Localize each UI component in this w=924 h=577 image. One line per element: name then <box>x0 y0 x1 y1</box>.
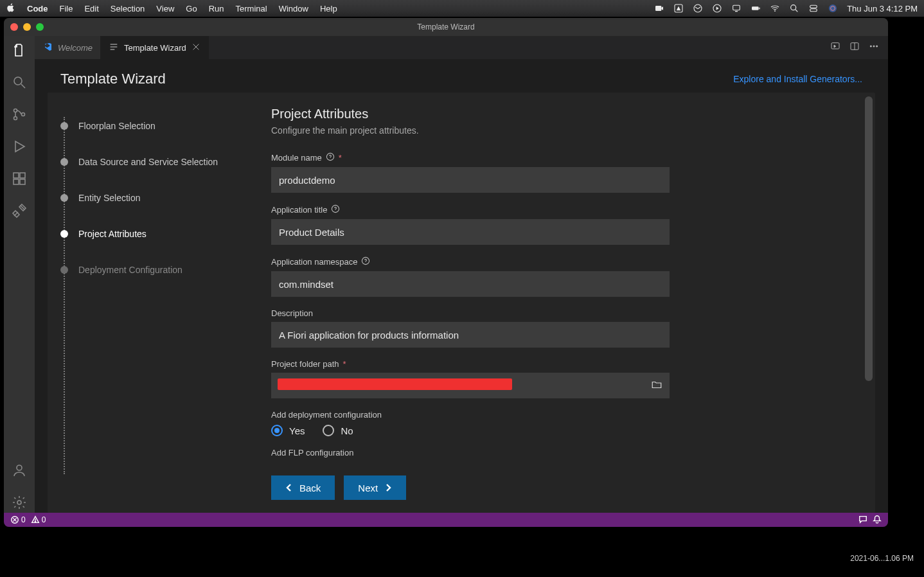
explore-generators-link[interactable]: Explore and Install Generators... <box>733 74 862 84</box>
accounts-icon[interactable] <box>12 463 27 481</box>
svg-rect-4 <box>733 5 740 10</box>
window-fullscreen-button[interactable] <box>36 23 44 31</box>
help-icon[interactable] <box>361 256 370 267</box>
menu-edit[interactable]: Edit <box>84 4 98 13</box>
svg-rect-7 <box>759 8 760 10</box>
close-icon[interactable] <box>191 42 200 53</box>
feedback-icon[interactable] <box>858 515 867 526</box>
spotlight-icon[interactable] <box>789 3 799 13</box>
display-tray-icon[interactable] <box>731 3 742 13</box>
menu-window[interactable]: Window <box>279 4 308 13</box>
svg-point-25 <box>17 501 21 504</box>
svg-point-33 <box>876 46 878 47</box>
run-debug-icon[interactable] <box>12 139 27 157</box>
menu-file[interactable]: File <box>60 4 73 13</box>
folder-browse-icon[interactable] <box>650 379 663 393</box>
svg-rect-12 <box>810 9 817 12</box>
window-title: Template Wizard <box>4 22 888 31</box>
svg-point-19 <box>22 113 25 116</box>
svg-point-15 <box>14 77 22 85</box>
help-icon[interactable] <box>331 204 340 215</box>
svg-point-18 <box>14 117 17 120</box>
triangle-tray-icon[interactable] <box>673 3 684 13</box>
notifications-icon[interactable] <box>873 515 882 526</box>
svg-rect-23 <box>20 179 25 184</box>
more-actions-icon[interactable] <box>869 41 879 54</box>
zoom-tray-icon[interactable] <box>654 3 664 13</box>
wifi-tray-icon[interactable] <box>770 3 780 13</box>
namespace-input[interactable] <box>271 271 670 297</box>
extensions-icon[interactable] <box>12 171 27 189</box>
tab-welcome-label: Welcome <box>58 43 93 53</box>
svg-rect-5 <box>735 11 738 12</box>
page-title: Template Wizard <box>60 71 166 87</box>
vscode-icon <box>42 42 53 54</box>
step-project-attributes[interactable]: Project Attributes <box>60 216 242 252</box>
play-tray-icon[interactable] <box>712 3 722 13</box>
step-datasource[interactable]: Data Source and Service Selection <box>60 144 242 180</box>
menu-terminal[interactable]: Terminal <box>236 4 267 13</box>
module-name-input[interactable] <box>271 167 670 193</box>
menu-go[interactable]: Go <box>186 4 197 13</box>
folder-path-label: Project folder path* <box>271 359 670 369</box>
warnings-icon[interactable]: 0 <box>31 515 46 524</box>
vscode-window: Template Wizard Welcome Te <box>4 18 888 527</box>
menu-run[interactable]: Run <box>209 4 224 13</box>
menubar-clock[interactable]: Thu Jun 3 4:12 PM <box>847 4 918 13</box>
back-button[interactable]: Back <box>271 475 335 500</box>
tab-template-wizard[interactable]: Template Wizard <box>101 36 209 59</box>
svg-line-10 <box>795 10 797 12</box>
run-tab-action-icon[interactable] <box>830 41 840 54</box>
list-icon <box>109 42 119 54</box>
siri-icon[interactable] <box>828 3 838 13</box>
deploy-no-radio[interactable]: No <box>323 425 353 436</box>
window-titlebar: Template Wizard <box>4 18 888 36</box>
menubar-app-name[interactable]: Code <box>27 4 48 13</box>
step-floorplan[interactable]: Floorplan Selection <box>60 108 242 144</box>
tab-wizard-label: Template Wizard <box>124 43 186 53</box>
description-input[interactable] <box>271 322 670 348</box>
tab-welcome[interactable]: Welcome <box>35 36 101 59</box>
folder-path-input[interactable] <box>271 373 670 398</box>
svg-point-24 <box>17 465 22 470</box>
settings-gear-icon[interactable] <box>12 495 27 513</box>
svg-rect-6 <box>752 6 759 10</box>
tools-icon[interactable] <box>12 203 27 221</box>
svg-point-2 <box>694 4 702 12</box>
svg-rect-22 <box>13 179 19 184</box>
deploy-yes-radio[interactable]: Yes <box>271 425 305 436</box>
control-center-icon[interactable] <box>808 3 819 13</box>
form-scrollbar[interactable] <box>865 96 873 461</box>
application-title-label: Application title <box>271 204 670 215</box>
window-minimize-button[interactable] <box>23 23 31 31</box>
explorer-icon[interactable] <box>12 42 27 60</box>
source-control-icon[interactable] <box>12 107 27 125</box>
svg-point-31 <box>870 46 871 47</box>
apple-icon[interactable] <box>6 3 15 14</box>
help-icon[interactable] <box>326 152 335 163</box>
svg-point-8 <box>774 10 776 12</box>
flp-config-label: Add FLP configuration <box>271 448 670 457</box>
svg-point-41 <box>35 521 35 522</box>
svg-point-32 <box>873 46 875 47</box>
svg-point-17 <box>14 109 17 112</box>
step-deployment[interactable]: Deployment Configuration <box>60 252 242 288</box>
svg-point-13 <box>829 4 837 12</box>
editor-tabbar: Welcome Template Wizard <box>35 36 888 59</box>
status-bar: 0 0 <box>4 513 888 527</box>
menu-view[interactable]: View <box>156 4 174 13</box>
menu-help[interactable]: Help <box>320 4 337 13</box>
split-editor-icon[interactable] <box>849 41 860 54</box>
application-title-input[interactable] <box>271 219 670 245</box>
svg-rect-20 <box>13 173 19 178</box>
battery-tray-icon[interactable] <box>751 3 761 13</box>
next-button[interactable]: Next <box>344 475 406 500</box>
search-icon[interactable] <box>12 75 27 93</box>
svg-point-9 <box>791 5 796 10</box>
description-label: Description <box>271 308 670 318</box>
mail-tray-icon[interactable] <box>693 3 703 13</box>
step-entity[interactable]: Entity Selection <box>60 180 242 216</box>
menu-selection[interactable]: Selection <box>111 4 145 13</box>
window-close-button[interactable] <box>10 23 18 31</box>
errors-icon[interactable]: 0 <box>10 515 26 524</box>
